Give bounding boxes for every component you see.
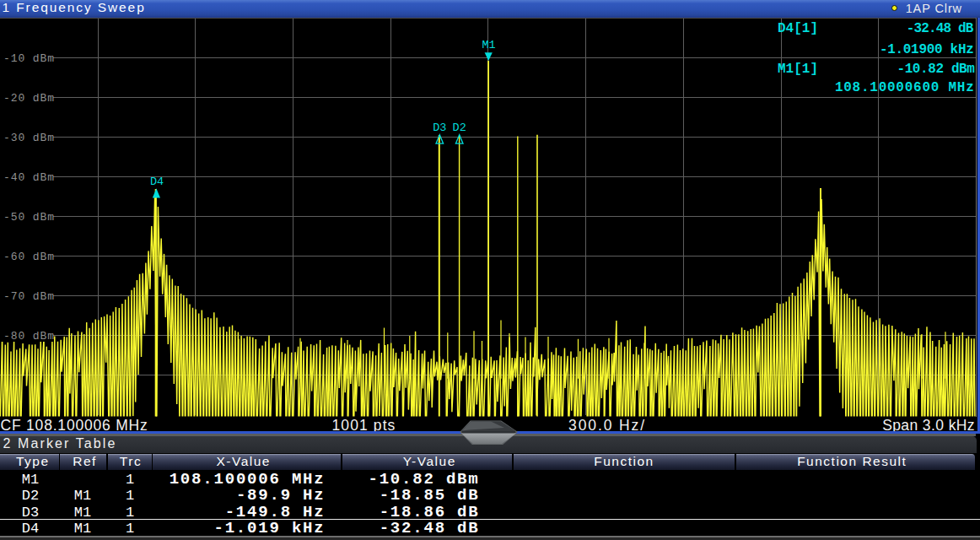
svg-text:D2: D2 xyxy=(453,122,466,134)
svg-text:-80 dBm: -80 dBm xyxy=(3,330,55,343)
svg-text:-10 dBm: -10 dBm xyxy=(3,52,55,65)
svg-text:-50 dBm: -50 dBm xyxy=(3,211,55,224)
svg-text:-60 dBm: -60 dBm xyxy=(3,251,55,263)
svg-text:M1: M1 xyxy=(482,39,495,51)
svg-text:-30 dBm: -30 dBm xyxy=(3,132,55,144)
svg-text:D4: D4 xyxy=(150,176,164,188)
svg-text:D3: D3 xyxy=(433,122,446,134)
svg-text:-20 dBm: -20 dBm xyxy=(3,92,55,105)
svg-text:-70 dBm: -70 dBm xyxy=(3,290,55,303)
svg-text:-40 dBm: -40 dBm xyxy=(3,171,55,184)
